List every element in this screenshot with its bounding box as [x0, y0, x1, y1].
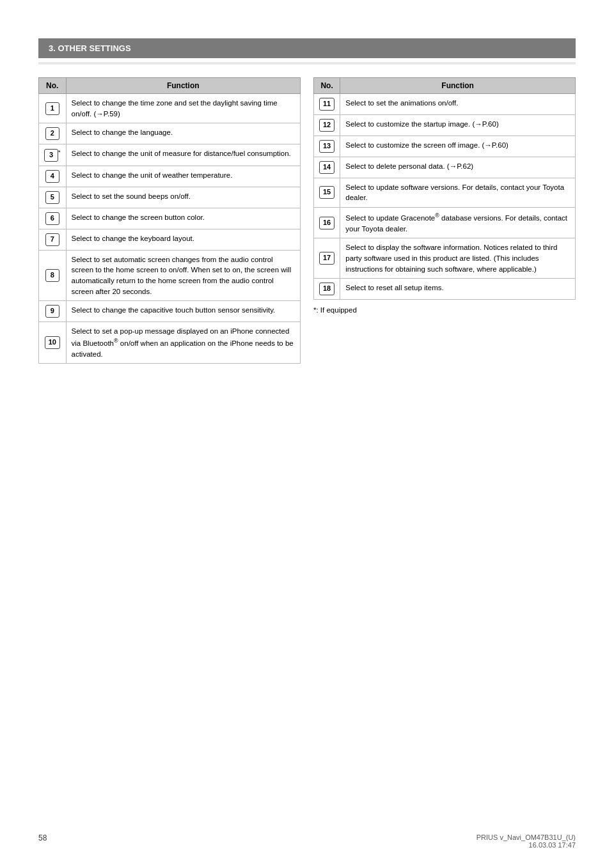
table-row: 14Select to delete personal data. (→P.62…	[314, 157, 576, 178]
table-row: 7Select to change the keyboard layout.	[39, 229, 301, 250]
right-table-header-function: Function	[340, 78, 576, 94]
number-badge: 7	[45, 233, 59, 246]
table-row: 5Select to set the sound beeps on/off.	[39, 187, 301, 208]
left-table-block: No. Function 1Select to change the time …	[38, 77, 301, 364]
number-badge: 5	[45, 191, 59, 204]
no-cell: 15	[314, 178, 340, 207]
table-row: 11Select to set the animations on/off.	[314, 94, 576, 115]
page-number: 58	[38, 833, 47, 842]
tables-wrapper: No. Function 1Select to change the time …	[38, 77, 576, 364]
no-cell: 6	[39, 208, 67, 229]
function-cell: Select to change the capacitive touch bu…	[66, 301, 300, 322]
table-row: 17Select to display the software informa…	[314, 238, 576, 279]
no-cell: 5	[39, 187, 67, 208]
function-cell: Select to change the language.	[66, 123, 300, 144]
number-badge: 4	[45, 170, 59, 183]
number-badge: 18	[319, 283, 335, 295]
function-cell: Select to reset all setup items.	[340, 279, 576, 300]
doc-info: PRIUS v_Navi_OM47B31U_(U) 16.03.03 17:47	[476, 833, 576, 849]
table-row: 13Select to customize the screen off ima…	[314, 136, 576, 157]
registered-mark: ®	[435, 212, 439, 219]
no-cell: 18	[314, 279, 340, 300]
registered-mark: ®	[114, 337, 118, 344]
table-row: 10Select to set a pop-up message display…	[39, 322, 301, 364]
section-title: 3. OTHER SETTINGS	[49, 43, 131, 53]
number-badge: 2	[45, 127, 59, 140]
doc-title: PRIUS v_Navi_OM47B31U_(U)	[476, 833, 576, 841]
number-badge: 15	[319, 186, 335, 199]
no-cell: 4	[39, 166, 67, 187]
table-row: 6Select to change the screen button colo…	[39, 208, 301, 229]
table-row: 18Select to reset all setup items.	[314, 279, 576, 300]
number-badge: 14	[319, 161, 335, 174]
right-table: No. Function 11Select to set the animati…	[313, 77, 576, 300]
function-cell: Select to display the software informati…	[340, 238, 576, 279]
left-table-header-function: Function	[66, 78, 300, 94]
table-row: 15Select to update software versions. Fo…	[314, 178, 576, 207]
no-cell: 8	[39, 250, 67, 301]
no-cell: 2	[39, 123, 67, 144]
table-row: 9Select to change the capacitive touch b…	[39, 301, 301, 322]
no-cell: 9	[39, 301, 67, 322]
no-cell: 17	[314, 238, 340, 279]
no-cell: 16	[314, 208, 340, 238]
no-cell: 13	[314, 136, 340, 157]
asterisk-mark: *	[58, 149, 61, 155]
number-badge: 12	[319, 119, 335, 132]
right-table-header-no: No.	[314, 78, 340, 94]
function-cell: Select to change the screen button color…	[66, 208, 300, 229]
function-cell: Select to set a pop-up message displayed…	[66, 322, 300, 364]
right-table-block: No. Function 11Select to set the animati…	[313, 77, 576, 364]
doc-date: 16.03.03 17:47	[476, 841, 576, 849]
number-badge: 3	[44, 149, 58, 162]
table-row: 8Select to set automatic screen changes …	[39, 250, 301, 301]
function-cell: Select to customize the screen off image…	[340, 136, 576, 157]
table-row: 12Select to customize the startup image.…	[314, 114, 576, 136]
number-badge: 9	[45, 305, 59, 318]
table-row: 4Select to change the unit of weather te…	[39, 166, 301, 187]
function-cell: Select to set the animations on/off.	[340, 94, 576, 115]
function-cell: Select to update software versions. For …	[340, 178, 576, 207]
number-badge: 13	[319, 140, 335, 153]
section-header: 3. OTHER SETTINGS	[38, 38, 576, 58]
function-cell: Select to change the keyboard layout.	[66, 229, 300, 250]
footnote: *: If equipped	[313, 306, 576, 314]
function-cell: Select to set automatic screen changes f…	[66, 250, 300, 301]
number-badge: 8	[45, 269, 59, 282]
table-row: 1Select to change the time zone and set …	[39, 94, 301, 123]
no-cell: 3*	[39, 144, 67, 166]
table-row: 3*Select to change the unit of measure f…	[39, 144, 301, 166]
function-cell: Select to update Gracenote® database ver…	[340, 208, 576, 238]
number-badge: 17	[319, 252, 335, 265]
number-badge: 6	[45, 212, 59, 225]
function-cell: Select to set the sound beeps on/off.	[66, 187, 300, 208]
number-badge: 10	[45, 336, 60, 349]
section-divider	[38, 62, 576, 65]
left-table-header-no: No.	[39, 78, 67, 94]
no-cell: 1	[39, 94, 67, 123]
number-badge: 16	[319, 217, 335, 229]
function-cell: Select to change the unit of measure for…	[66, 144, 300, 166]
page-container: 3. OTHER SETTINGS No. Function 1Select t…	[0, 0, 614, 868]
no-cell: 12	[314, 114, 340, 136]
no-cell: 7	[39, 229, 67, 250]
table-row: 16Select to update Gracenote® database v…	[314, 208, 576, 238]
number-badge: 11	[319, 98, 335, 111]
no-cell: 10	[39, 322, 67, 364]
left-table: No. Function 1Select to change the time …	[38, 77, 301, 364]
function-cell: Select to change the time zone and set t…	[66, 94, 300, 123]
no-cell: 11	[314, 94, 340, 115]
function-cell: Select to customize the startup image. (…	[340, 114, 576, 136]
no-cell: 14	[314, 157, 340, 178]
number-badge: 1	[45, 102, 59, 115]
function-cell: Select to delete personal data. (→P.62)	[340, 157, 576, 178]
table-row: 2Select to change the language.	[39, 123, 301, 144]
function-cell: Select to change the unit of weather tem…	[66, 166, 300, 187]
